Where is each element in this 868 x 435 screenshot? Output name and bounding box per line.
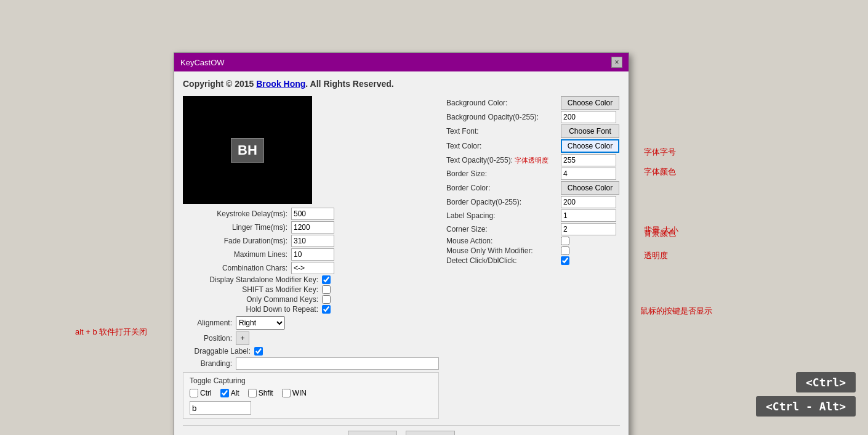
max-lines-row: Maximum Lines: 10 [183,248,439,261]
shift-modifier-checkbox[interactable] [322,285,331,294]
shortcut-annotation: alt + b 软件打开关闭 [75,327,147,338]
toggle-capturing-title: Toggle Capturing [190,376,432,385]
max-lines-input[interactable]: 10 [291,248,334,261]
max-lines-label: Maximum Lines: [183,250,287,259]
text-opacity-input[interactable]: 255 [561,154,616,166]
branding-label: Branding: [183,359,232,368]
display-standalone-row: Display Standalone Modifier Key: [183,275,439,284]
alignment-select[interactable]: Left Center Right [236,316,285,330]
bg-color-annotation: 背景颜色 [644,228,676,239]
toggle-capturing-box: Toggle Capturing Ctrl Alt Shfit [183,372,439,419]
copyright-text-before: Copyright © 2015 [183,79,256,89]
dialog-title: KeyCastOW [180,58,225,67]
border-color-label: Border Color: [446,184,557,192]
ctrl-alt-keystroke-box: <Ctrl - Alt> [756,396,856,417]
toggle-key-input[interactable] [190,401,251,415]
alt-checkbox[interactable] [220,389,229,397]
border-opacity-row: Border Opacity(0-255): 200 [446,196,620,208]
combination-chars-label: Combination Chars: [183,264,287,272]
text-font-button[interactable]: Choose Font [561,124,619,138]
detect-click-label: Detect Click/DblClick: [446,256,557,265]
win-label: WIN [292,389,307,397]
border-opacity-input[interactable]: 200 [561,196,616,208]
shift-label: Shfit [259,389,273,397]
detect-click-checkbox[interactable] [561,256,569,265]
label-spacing-input[interactable]: 1 [561,209,616,222]
win-checkbox[interactable] [282,389,291,397]
border-color-button[interactable]: Choose Color [561,181,619,195]
lower-left-settings: Alignment: Left Center Right Position: +… [183,316,439,370]
corner-size-label: Corner Size: [446,225,557,234]
footer-row: Save Cancel [183,425,620,435]
mouse-action-label: Mouse Action: [446,237,557,245]
right-column: Background Color: Choose Color Backgroun… [446,96,620,419]
bg-opacity-label: Background Opacity(0-255): [446,113,557,121]
shift-modifier-row: SHIFT as Modifier Key: [183,285,439,294]
preview-box: BH [183,96,312,204]
keystroke-display: <Ctrl> <Ctrl - Alt> [756,372,856,417]
preview-label: BH [231,138,264,163]
label-spacing-label: Label Spacing: [446,211,557,220]
alt-check-item: Alt [220,389,239,397]
combination-chars-row: Combination Chars: <-> [183,262,439,274]
ctrl-keystroke-box: <Ctrl> [796,372,856,392]
mouse-display-annotation: 鼠标的按键是否显示 [640,306,712,317]
fade-duration-input[interactable]: 310 [291,235,334,247]
transparency-annotation: 透明度 [644,250,668,261]
hold-down-label: Hold Down to Repeat: [183,305,318,314]
hold-down-row: Hold Down to Repeat: [183,305,439,314]
fade-duration-label: Fade Duration(ms): [183,237,287,245]
text-opacity-annotation: 字体透明度 [515,157,549,164]
keystroke-delay-label: Keystroke Delay(ms): [183,209,287,218]
ctrl-label: Ctrl [200,389,212,397]
draggable-row: Draggable Label: [183,347,439,356]
shift-checkbox[interactable] [248,389,257,397]
copyright-link[interactable]: Brook Hong [256,79,305,89]
close-button[interactable]: × [611,57,622,68]
border-size-row: Border Size: 4 [446,168,620,180]
save-button[interactable]: Save [348,431,397,435]
only-command-row: Only Command Keys: [183,295,439,304]
border-opacity-label: Border Opacity(0-255): [446,198,557,206]
corner-size-input[interactable]: 2 [561,223,616,235]
hold-down-checkbox[interactable] [322,305,331,314]
display-standalone-checkbox[interactable] [322,275,331,284]
font-color-annotation: 字体颜色 [644,166,676,177]
shift-check-item: Shfit [248,389,273,397]
only-command-checkbox[interactable] [322,295,331,304]
mouse-only-modifier-checkbox[interactable] [561,246,569,255]
mouse-action-checkbox[interactable] [561,237,569,245]
corner-size-row: Corner Size: 2 [446,223,620,235]
position-label: Position: [183,334,232,343]
ctrl-check-item: Ctrl [190,389,212,397]
position-button[interactable]: + [236,331,249,345]
linger-time-input[interactable]: 1200 [291,221,334,234]
text-color-row: Text Color: Choose Color [446,139,620,153]
display-standalone-label: Display Standalone Modifier Key: [183,275,318,284]
dialog-titlebar: KeyCastOW × [174,53,629,71]
shift-modifier-label: SHIFT as Modifier Key: [183,285,318,294]
text-opacity-label: Text Opacity(0-255): 字体透明度 [446,156,557,165]
border-size-input[interactable]: 4 [561,168,616,180]
draggable-label: Draggable Label: [183,347,251,356]
mouse-only-modifier-label: Mouse Only With Modifier: [446,246,557,255]
copyright-text-after: . All Rights Reserved. [305,79,393,89]
font-size-annotation: 字体字号 [644,147,676,158]
border-color-row: Border Color: Choose Color [446,181,620,195]
linger-time-row: Linger Time(ms): 1200 [183,221,439,234]
detect-click-row: Detect Click/DblClick: [446,256,620,265]
branding-input[interactable] [236,357,439,370]
bg-color-label: Background Color: [446,99,557,107]
combination-chars-input[interactable]: <-> [291,262,334,274]
draggable-checkbox[interactable] [254,347,263,356]
bg-opacity-input[interactable]: 200 [561,111,616,123]
cancel-button[interactable]: Cancel [406,431,455,435]
text-font-label: Text Font: [446,127,557,136]
toggle-checkboxes: Ctrl Alt Shfit WIN [190,389,432,397]
bg-color-button[interactable]: Choose Color [561,96,619,110]
alt-label: Alt [231,389,239,397]
keystroke-delay-input[interactable]: 500 [291,208,334,220]
text-color-button[interactable]: Choose Color [561,139,619,153]
ctrl-checkbox[interactable] [190,389,198,397]
text-opacity-row: Text Opacity(0-255): 字体透明度 255 [446,154,620,166]
